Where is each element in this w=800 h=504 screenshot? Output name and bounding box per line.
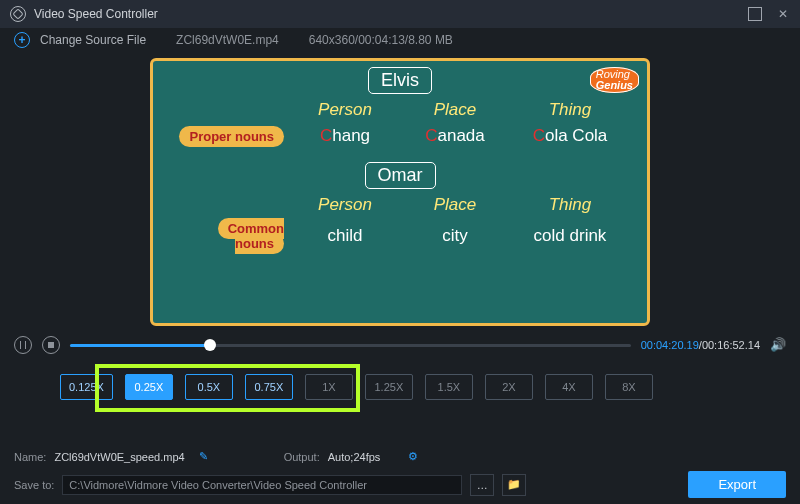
timecode: 00:04:20.19/00:16:52.14 xyxy=(641,339,760,351)
seek-slider[interactable] xyxy=(70,344,631,347)
speed-025x[interactable]: 0.25X xyxy=(125,374,173,400)
speed-15x[interactable]: 1.5X xyxy=(425,374,473,400)
video-preview-area: RovingGenius Elvis Person Place Thing Pr… xyxy=(0,52,800,332)
speed-options: 0.125X 0.25X 0.5X 0.75X 1X 1.25X 1.5X 2X… xyxy=(0,358,800,412)
speed-125x[interactable]: 1.25X xyxy=(365,374,413,400)
volume-icon[interactable] xyxy=(770,337,786,353)
change-source-button[interactable]: + Change Source File xyxy=(14,32,146,48)
open-folder-icon[interactable]: 📁 xyxy=(502,474,526,496)
export-button[interactable]: Export xyxy=(688,471,786,498)
app-title: Video Speed Controller xyxy=(34,7,158,21)
close-icon[interactable] xyxy=(776,7,790,21)
speed-2x[interactable]: 2X xyxy=(485,374,533,400)
output-name: ZCl69dVtW0E_speed.mp4 xyxy=(54,451,184,463)
speed-05x[interactable]: 0.5X xyxy=(185,374,233,400)
speed-4x[interactable]: 4X xyxy=(545,374,593,400)
source-fileinfo: 640x360/00:04:13/8.80 MB xyxy=(309,33,453,47)
video-watermark: RovingGenius xyxy=(590,67,639,93)
saveto-label: Save to: xyxy=(14,479,54,491)
name-label: Name: xyxy=(14,451,46,463)
app-logo-icon xyxy=(10,6,26,22)
speed-8x[interactable]: 8X xyxy=(605,374,653,400)
title-bar: Video Speed Controller xyxy=(0,0,800,28)
change-source-label: Change Source File xyxy=(40,33,146,47)
maximize-icon[interactable] xyxy=(748,7,762,21)
window-controls xyxy=(748,7,790,21)
source-filename: ZCl69dVtW0E.mp4 xyxy=(176,33,279,47)
video-text: Elvis xyxy=(368,67,432,94)
output-settings-icon[interactable]: ⚙ xyxy=(408,450,418,463)
speed-1x[interactable]: 1X xyxy=(305,374,353,400)
file-bar: + Change Source File ZCl69dVtW0E.mp4 640… xyxy=(0,28,800,52)
playback-controls: 00:04:20.19/00:16:52.14 xyxy=(0,332,800,358)
output-label: Output: xyxy=(284,451,320,463)
edit-name-icon[interactable]: ✎ xyxy=(199,450,208,463)
stop-button[interactable] xyxy=(42,336,60,354)
play-pause-button[interactable] xyxy=(14,336,32,354)
speed-0125x[interactable]: 0.125X xyxy=(60,374,113,400)
saveto-path[interactable]: C:\Vidmore\Vidmore Video Converter\Video… xyxy=(62,475,462,495)
browse-button[interactable]: … xyxy=(470,474,494,496)
video-text: Omar xyxy=(365,162,436,189)
plus-icon: + xyxy=(14,32,30,48)
output-format: Auto;24fps xyxy=(328,451,381,463)
video-preview[interactable]: RovingGenius Elvis Person Place Thing Pr… xyxy=(150,58,650,326)
bottom-bar: Name: ZCl69dVtW0E_speed.mp4 ✎ Output: Au… xyxy=(0,446,800,504)
speed-075x[interactable]: 0.75X xyxy=(245,374,293,400)
